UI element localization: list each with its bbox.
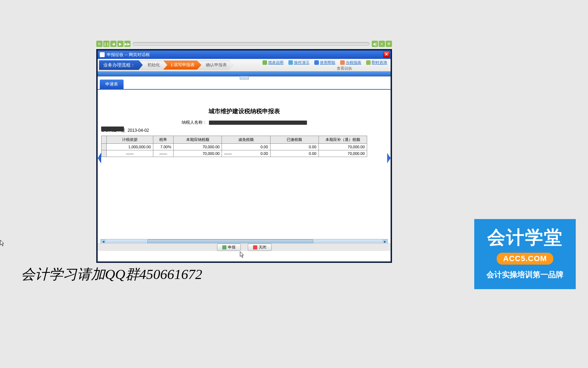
redacted-left	[101, 127, 124, 131]
close-button[interactable]: 关闭	[248, 244, 272, 251]
link-tax-guide[interactable]: 办税指南	[340, 60, 361, 65]
table-row: —— —— 70,000.00 ——0.00 0.00 70,000.00	[102, 150, 367, 157]
date-range: 3-04-02 至 2013-04-02	[101, 128, 387, 134]
taxpayer-name-row: 纳税人名称：	[101, 120, 387, 125]
cell-paid: 0.00	[270, 150, 318, 157]
doc-icon	[262, 60, 267, 65]
restart-button[interactable]: ↻	[96, 41, 103, 47]
prev-button[interactable]: ◀	[110, 41, 117, 47]
submit-icon	[222, 245, 226, 250]
app-icon	[100, 52, 105, 57]
col-tax-basis: 计税依据	[106, 136, 153, 144]
video-player-controls: ↻ ❙❙ ◀ ▶ ▶▶ ◀) ≡ ✕	[96, 40, 392, 47]
window-close-button[interactable]: ✕	[383, 51, 390, 57]
logo-title: 会计学堂	[477, 225, 573, 250]
col-tax-rate: 税率	[153, 136, 173, 144]
tab-application-form[interactable]: 申请表	[100, 80, 124, 89]
taxpayer-name-label: 纳税人名称：	[182, 120, 207, 125]
cell-paid[interactable]: 0.00	[270, 144, 318, 150]
col-tax-exempt: 减免税额	[222, 136, 270, 144]
process-label: 业务办理流程：	[99, 60, 143, 70]
cell-payable: 70,000.00	[174, 150, 222, 157]
row-selector[interactable]	[102, 150, 107, 157]
step-label: 填写申报表	[174, 62, 195, 68]
window-title: 申报征收 -- 网页对话框	[107, 52, 150, 58]
action-buttons: 申报 关闭	[98, 243, 391, 251]
step-fill-form[interactable]: I 填写申报表	[163, 61, 201, 70]
progress-track[interactable]	[133, 42, 370, 46]
cell-exempt: ——0.00	[222, 150, 270, 157]
step-view-receipt[interactable]: 查看回执	[337, 66, 352, 71]
title-bar: 申报征收 -- 网页对话框 ✕	[98, 50, 391, 59]
tab-row: 申请表	[98, 80, 391, 90]
mouse-cursor-secondary	[0, 240, 5, 246]
link-form-instructions[interactable]: 填表说明	[262, 60, 284, 65]
fastforward-button[interactable]: ▶▶	[124, 41, 131, 47]
cell-due: 70,000.00	[318, 150, 367, 157]
cell-basis[interactable]: 1,000,000.00	[106, 144, 153, 150]
link-demo[interactable]: 操作演示	[288, 60, 309, 65]
menu-button[interactable]: ≡	[379, 41, 385, 47]
submit-button[interactable]: 申报	[217, 244, 241, 251]
help-links: 填表说明 操作演示 使用帮助 办税指南 即时咨询	[262, 60, 387, 65]
row-selector[interactable]	[102, 144, 107, 150]
col-tax-payable: 本期应纳税额	[174, 136, 222, 144]
tax-table: 计税依据 税率 本期应纳税额 减免税额 已缴税额 本期应补（退）税额 1,000…	[101, 136, 367, 157]
step-confirm[interactable]: 确认申报表	[198, 61, 233, 70]
cell-rate[interactable]: 7.00%	[153, 144, 173, 150]
cell-payable[interactable]: 70,000.00	[174, 144, 222, 150]
chat-icon	[366, 60, 371, 65]
step-init[interactable]: 初始化	[139, 61, 167, 70]
cell-rate: ——	[153, 150, 173, 157]
step-number: I	[171, 63, 172, 68]
sound-button[interactable]: ◀)	[372, 41, 378, 47]
link-help[interactable]: 使用帮助	[314, 60, 335, 65]
watermark-text: 会计学习请加QQ群450661672	[21, 265, 202, 284]
player-close-button[interactable]: ✕	[386, 41, 392, 47]
watermark-logo: 会计学堂 ACC5.COM 会计实操培训第一品牌	[474, 219, 576, 289]
redacted-name	[209, 121, 307, 125]
cell-due[interactable]: 70,000.00	[318, 144, 367, 150]
table-header-row: 计税依据 税率 本期应纳税额 减免税额 已缴税额 本期应补（退）税额	[102, 136, 367, 144]
logo-subtitle: 会计实操培训第一品牌	[477, 270, 573, 280]
play-icon	[288, 60, 293, 65]
form-title: 城市维护建设税纳税申报表	[101, 107, 387, 115]
cell-exempt[interactable]: 0.00	[222, 144, 270, 150]
logo-url: ACC5.COM	[497, 253, 553, 265]
link-consult[interactable]: 即时咨询	[366, 60, 387, 65]
cell-basis: ——	[106, 150, 153, 157]
pause-button[interactable]: ❙❙	[103, 41, 110, 47]
close-icon	[253, 245, 257, 250]
col-tax-due-refund: 本期应补（退）税额	[318, 136, 367, 144]
table-row: 1,000,000.00 7.00% 70,000.00 0.00 0.00 7…	[102, 144, 367, 150]
content-area: 城市维护建设税纳税申报表 纳税人名称： 3-04-02 至 2013-04-02…	[98, 90, 391, 251]
guide-icon	[340, 60, 345, 65]
app-window: 申报征收 -- 网页对话框 ✕ 业务办理流程： 初始化 I 填写申报表 确认申报…	[96, 49, 392, 263]
col-tax-paid: 已缴税额	[270, 136, 318, 144]
row-selector-header	[102, 136, 107, 144]
help-icon	[314, 60, 319, 65]
tax-form-document: 城市维护建设税纳税申报表 纳税人名称： 3-04-02 至 2013-04-02…	[98, 90, 391, 157]
section-divider	[98, 71, 391, 76]
next-button[interactable]: ▶	[117, 41, 124, 47]
process-toolbar: 业务办理流程： 初始化 I 填写申报表 确认申报表 查看回执 填表说明 操作演示…	[98, 59, 391, 71]
